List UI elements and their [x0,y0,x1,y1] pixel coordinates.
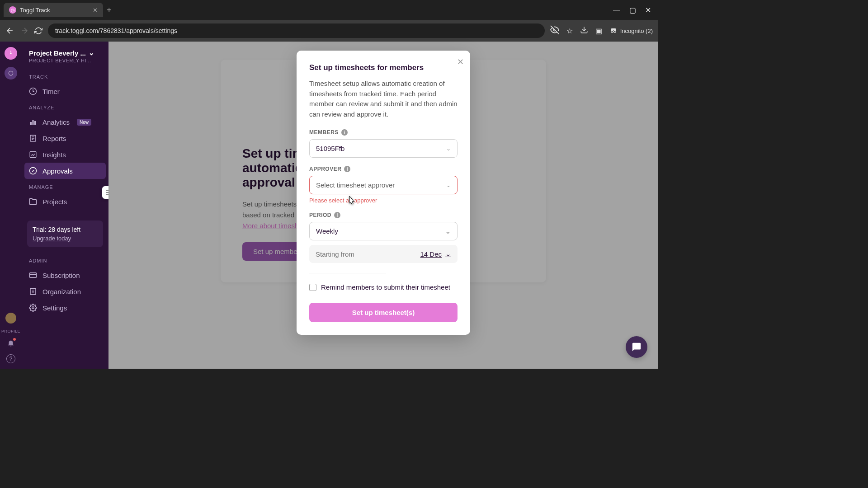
browser-action-icons: ☆ ▣ Incognito (2) [550,25,653,36]
svg-point-2 [10,52,12,54]
approver-label: APPROVER i [309,166,458,172]
back-button[interactable] [5,26,14,35]
maximize-icon[interactable]: ▢ [629,6,636,14]
members-select[interactable]: 51095Ffb ⌄ [309,139,458,158]
check-circle-icon [29,167,37,175]
browser-tab-bar: ◷ Toggl Track ✕ + — ▢ ✕ [0,0,658,20]
members-label: MEMBERS i [309,129,458,136]
svg-point-3 [9,71,13,75]
chevron-down-icon: ⌄ [445,250,451,258]
svg-rect-5 [30,122,32,125]
close-tab-icon[interactable]: ✕ [93,7,98,14]
chat-fab[interactable] [626,336,647,358]
svg-point-1 [613,30,616,33]
svg-rect-7 [34,121,36,125]
approver-error: Please select an approver [309,197,458,204]
url-bar[interactable]: track.toggl.com/7862831/approvals/settin… [48,23,545,38]
sidebar-item-settings[interactable]: Settings [22,300,108,316]
info-icon[interactable]: i [334,212,340,218]
starting-date-picker[interactable]: 14 Dec ⌄ [420,250,451,258]
svg-point-0 [611,30,613,33]
insights-icon [29,150,37,159]
starting-from-row: Starting from 14 Dec ⌄ [309,245,458,263]
sidebar-item-reports[interactable]: Reports [22,130,108,146]
modal-overlay[interactable]: ✕ Set up timesheets for members Timeshee… [108,42,658,369]
forward-button[interactable] [20,26,29,35]
section-track: TRACK [22,69,108,83]
chevron-down-icon: ⌄ [446,145,451,152]
section-manage: MANAGE [22,179,108,193]
close-modal-button[interactable]: ✕ [457,57,464,67]
modal-description: Timesheet setup allows automatic creatio… [309,79,458,119]
sidebar-item-insights[interactable]: Insights [22,146,108,163]
info-icon[interactable]: i [344,166,350,172]
new-badge: New [77,119,91,126]
svg-rect-12 [30,288,36,295]
svg-rect-6 [33,120,34,125]
chevron-down-icon: ⌄ [89,49,94,57]
avatar[interactable] [5,313,16,324]
help-icon[interactable]: ? [6,354,15,363]
bar-chart-icon [29,118,37,126]
main-content: Timesheets APPROVED Set up timesheets fo… [108,42,658,369]
bookmark-star-icon[interactable]: ☆ [566,27,573,35]
incognito-indicator[interactable]: Incognito (2) [609,27,653,35]
tab-title: Toggl Track [20,7,50,14]
sidebar-item-timer[interactable]: Timer [22,83,108,99]
section-analyze: ANALYZE [22,99,108,114]
clock-icon [29,87,37,95]
sidebar-item-projects[interactable]: Projects [22,193,108,210]
sidebar-item-analytics[interactable]: Analytics New [22,114,108,130]
reload-button[interactable] [34,27,42,35]
eye-off-icon[interactable] [550,25,559,36]
toggl-favicon: ◷ [9,6,16,14]
credit-card-icon [29,271,37,279]
panel-icon[interactable]: ▣ [595,27,602,35]
building-icon [29,287,37,296]
minimize-icon[interactable]: — [613,6,620,14]
upgrade-link[interactable]: Upgrade today [33,235,98,242]
rail-secondary-icon[interactable] [5,67,17,80]
svg-rect-11 [30,273,37,278]
svg-point-13 [32,307,34,309]
period-select[interactable]: Weekly ⌄ [309,222,458,240]
info-icon[interactable]: i [341,129,348,136]
workspace-switcher[interactable]: Project Beverly ... ⌄ PROJECT BEVERLY HI… [22,49,108,69]
close-window-icon[interactable]: ✕ [645,6,651,14]
trial-callout: Trial: 28 days left Upgrade today [27,221,103,247]
new-tab-button[interactable]: + [107,5,112,15]
window-controls: — ▢ ✕ [613,6,655,14]
chevron-down-icon: ⌄ [446,182,451,188]
file-icon [29,134,37,142]
sidebar: Project Beverly ... ⌄ PROJECT BEVERLY HI… [22,42,108,369]
gear-icon [29,304,37,312]
sidebar-item-organization[interactable]: Organization [22,283,108,300]
svg-rect-9 [30,151,36,158]
download-icon[interactable] [580,26,588,36]
profile-label: PROFILE [1,329,20,333]
folder-icon [29,197,37,206]
submit-button[interactable]: Set up timesheet(s) [309,303,458,322]
notification-bell-icon[interactable] [7,339,15,349]
sidebar-item-approvals[interactable]: Approvals [24,163,106,179]
section-admin: ADMIN [22,253,108,267]
rail-app-icon[interactable] [5,47,17,60]
approver-select[interactable]: Select timesheet approver ⌄ [309,176,458,194]
browser-nav-bar: track.toggl.com/7862831/approvals/settin… [0,20,658,42]
left-rail: PROFILE ? [0,42,22,369]
divider [309,273,386,273]
sidebar-item-subscription[interactable]: Subscription [22,267,108,283]
browser-tab[interactable]: ◷ Toggl Track ✕ [4,3,103,17]
modal-title: Set up timesheets for members [309,63,458,72]
remind-checkbox[interactable] [309,284,316,291]
setup-timesheets-modal: ✕ Set up timesheets for members Timeshee… [297,51,470,335]
period-label: PERIOD i [309,212,458,218]
remind-checkbox-row[interactable]: Remind members to submit their timesheet [309,283,458,291]
url-text: track.toggl.com/7862831/approvals/settin… [55,27,177,34]
chevron-down-icon: ⌄ [445,228,451,235]
